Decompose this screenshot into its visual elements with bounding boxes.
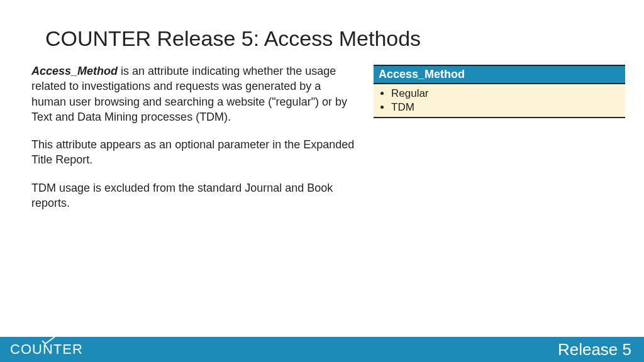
access-method-table: Access_Method Regular TDM	[374, 65, 625, 118]
logo-text-post: TER	[53, 341, 83, 358]
table-header: Access_Method	[374, 66, 625, 84]
table-column: Access_Method Regular TDM	[374, 63, 625, 223]
paragraph-3: TDM usage is excluded from the standard …	[31, 180, 355, 211]
footer-bar: COU NTER Release 5	[0, 337, 644, 362]
list-item: TDM	[391, 101, 620, 114]
release-label: Release 5	[558, 340, 631, 359]
term-strong: Access_Method	[31, 65, 118, 77]
body-text: Access_Method is an attribute indicating…	[31, 63, 355, 223]
logo-text-pre: COU	[10, 341, 43, 358]
list-item: Regular	[391, 87, 620, 101]
content-area: Access_Method is an attribute indicating…	[0, 63, 644, 223]
checkmark-icon	[42, 336, 55, 345]
slide-title: COUNTER Release 5: Access Methods	[0, 0, 644, 63]
counter-logo: COU NTER	[10, 341, 83, 358]
table-body: Regular TDM	[374, 84, 625, 117]
paragraph-1: Access_Method is an attribute indicating…	[31, 63, 355, 124]
logo-n: N	[43, 341, 53, 358]
paragraph-2: This attribute appears as an optional pa…	[31, 137, 355, 168]
